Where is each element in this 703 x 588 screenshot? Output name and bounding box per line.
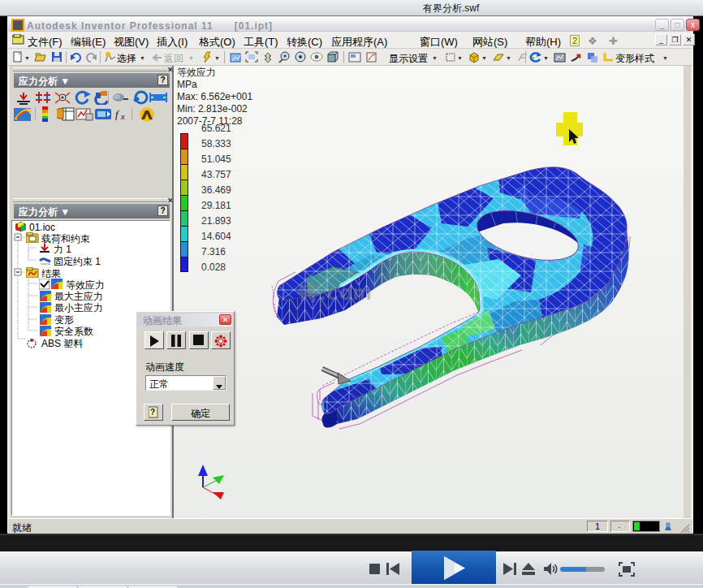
svg-text:f: f — [115, 108, 120, 120]
svg-text:?: ? — [150, 408, 155, 417]
svg-text:x: x — [120, 113, 125, 121]
